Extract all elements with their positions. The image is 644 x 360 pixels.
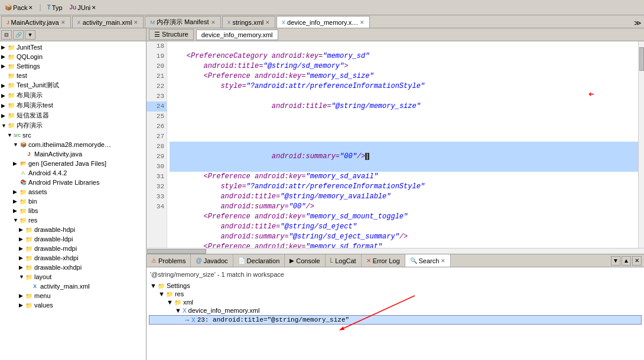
code-line-19: <PreferenceCategory android:key="memory_…	[170, 51, 642, 61]
collapse-all-button[interactable]: ⊟	[1, 30, 12, 40]
view-toolbar: ☰ Structure device_info_memory.xml	[147, 28, 644, 41]
tree-item-private-libs[interactable]: ▶ 📚 Android Private Libraries	[0, 178, 146, 187]
code-text[interactable]: <PreferenceCategory android:key="memory_…	[167, 41, 644, 248]
tree-item-test[interactable]: ▶ 📁 test	[0, 71, 146, 80]
res-tree-icon: 📁	[166, 291, 173, 297]
tree-item-drawable-hdpi[interactable]: ▶ 📁 drawable-hdpi	[0, 225, 146, 234]
tree-item-pkg[interactable]: ▼ 📦 com.itheiima28.memoryde…	[0, 140, 146, 149]
code-line-28: android:summary="00"/>	[170, 202, 642, 212]
code-line-22: style="?android:attr/preferenceInformati…	[170, 81, 642, 91]
label-menu: menu	[34, 292, 51, 299]
code-container[interactable]: 18 19 20 21 22 23 24 25 26 27 28 29 30 3…	[147, 41, 644, 248]
tab-close-activity-main[interactable]: ✕	[134, 19, 138, 25]
pack-close[interactable]: ✕	[28, 5, 33, 11]
tab-declaration[interactable]: 📄 Declaration	[233, 254, 285, 267]
tree-item-drawable-mdpi[interactable]: ▶ 📁 drawable-mdpi	[0, 244, 146, 253]
arrow-src: ▼	[7, 132, 13, 138]
label-libs-folder: libs	[28, 207, 38, 214]
tree-item-bujuyans[interactable]: ▶ 📁 布局演示	[0, 90, 146, 100]
nav-up-button[interactable]: ▲	[622, 256, 631, 266]
vertical-scrollbar[interactable]	[638, 41, 644, 248]
tree-item-sms[interactable]: ▶ 📁 短信发送器	[0, 110, 146, 120]
tree-item-libs-folder[interactable]: ▶ 📁 libs	[0, 206, 146, 215]
tree-item-memory[interactable]: ▼ 📁 内存演示	[0, 120, 146, 130]
tab-activity-main[interactable]: X activity_main.xml ✕	[72, 16, 144, 28]
juni-close[interactable]: ✕	[92, 5, 96, 11]
bottom-tab-strip: ⚠ Problems @ Javadoc 📄 Declaration ▶ Con…	[147, 254, 644, 267]
pack-button[interactable]: 📦 Pack ✕	[2, 4, 35, 12]
tab-logcat[interactable]: L LogCat	[326, 254, 362, 267]
link-editor-button[interactable]: 🔗	[13, 30, 24, 40]
tree-item-gen[interactable]: ▶ 📂 gen [Generated Java Files]	[0, 159, 146, 168]
tree-item-junitest[interactable]: ▶ 📁 JunitTest	[0, 42, 146, 52]
tree-item-activity-main-xml[interactable]: ▶ X activity_main.xml	[0, 282, 146, 291]
tree-item-bin[interactable]: ▶ 📁 bin	[0, 197, 146, 206]
tree-item-testjunit[interactable]: ▶ 📁 Test_Junit测试	[0, 80, 146, 90]
label-drawable-ldpi: drawable-ldpi	[34, 235, 73, 243]
tree-item-layout[interactable]: ▼ 📁 layout	[0, 272, 146, 282]
arrow-pkg: ▼	[13, 142, 19, 148]
layout-folder-icon: 📁	[25, 273, 33, 281]
bottom-close-button[interactable]: ✕	[632, 256, 642, 266]
tree-item-src[interactable]: ▼ src src	[0, 130, 146, 140]
label-drawable-xhdpi: drawable-xhdpi	[34, 254, 79, 261]
red-arrow-svg	[326, 290, 444, 337]
project-icon-bujuyans: 📁	[7, 91, 15, 100]
console-icon: ▶	[290, 257, 294, 264]
tab-device-info-xml[interactable]: device_info_memory.xml	[196, 30, 278, 40]
label-bujutest: 布局演示test	[17, 101, 53, 110]
tab-strings[interactable]: X strings.xml ✕	[222, 16, 276, 28]
typ-button[interactable]: T Typ	[45, 4, 65, 12]
structure-icon: ☰	[154, 31, 160, 38]
scrollbar-thumb[interactable]	[639, 47, 644, 71]
arrow-drawable-xxhdpi: ▶	[19, 264, 25, 270]
tree-item-qqlogin[interactable]: ▶ 📁 QQLogin	[0, 52, 146, 61]
tab-close-strings[interactable]: ✕	[265, 19, 270, 25]
juni-icon: Ju	[70, 4, 77, 11]
manifest-icon: M	[150, 19, 155, 25]
xml-folder-icon: 📁	[174, 299, 181, 306]
tab-manifest[interactable]: M 内存演示 Manifest ✕	[145, 16, 220, 28]
tab-javadoc[interactable]: @ Javadoc	[191, 254, 233, 267]
result-arrow-icon: →	[184, 316, 190, 323]
arrow-sms: ▶	[1, 113, 7, 119]
tab-problems[interactable]: ⚠ Problems	[147, 254, 191, 267]
arrow-drawable-xhdpi: ▶	[19, 255, 25, 261]
search-tree-settings[interactable]: ▼ 📁 Settings	[149, 282, 642, 290]
horizontal-scrollbar[interactable]	[147, 248, 644, 254]
tree-item-bujutest[interactable]: ▶ 📁 布局演示test	[0, 100, 146, 110]
juni-button[interactable]: Ju JUni ✕	[67, 4, 99, 12]
javadoc-icon: @	[196, 257, 201, 264]
tab-search[interactable]: 🔍 Search ✕	[405, 254, 451, 267]
tab-close-device-info[interactable]: ✕	[360, 19, 365, 25]
tree-item-res[interactable]: ▼ 📁 res	[0, 215, 146, 225]
tab-close-manifest[interactable]: ✕	[211, 19, 216, 25]
label-settings: Settings	[17, 63, 40, 70]
tab-mainactivity[interactable]: J MainActivity.java ✕	[1, 16, 71, 28]
code-line-26: style="?android:attr/preferenceInformati…	[170, 182, 642, 192]
nav-down-button[interactable]: ▼	[611, 256, 620, 266]
tree-item-drawable-ldpi[interactable]: ▶ 📁 drawable-ldpi	[0, 234, 146, 244]
tab-device-info[interactable]: X device_info_memory.x… ✕	[277, 16, 370, 28]
tree-item-assets[interactable]: ▶ 📁 assets	[0, 187, 146, 197]
tree-item-drawable-xxhdpi[interactable]: ▶ 📁 drawable-xxhdpi	[0, 263, 146, 272]
code-line-20: android:title="@string/sd_memory">	[170, 61, 642, 71]
code-line-25: <Preference android:key="memory_sd_avail…	[170, 172, 642, 182]
arrow-qqlogin: ▶	[1, 54, 7, 60]
tree-options-button[interactable]: ▼	[25, 30, 35, 40]
tab-errorlog[interactable]: ✕ Error Log	[362, 254, 405, 267]
tree-item-menu[interactable]: ▶ 📁 menu	[0, 291, 146, 300]
tree-item-settings[interactable]: ▶ 📁 Settings	[0, 61, 146, 71]
label-test: test	[17, 72, 27, 79]
tree-item-mainactivity-file[interactable]: ▶ J MainActivity.java	[0, 149, 146, 159]
tree-item-android442[interactable]: ▶ A Android 4.4.2	[0, 168, 146, 178]
tree-item-drawable-xhdpi[interactable]: ▶ 📁 drawable-xhdpi	[0, 253, 146, 263]
editor-overflow-icon[interactable]: ≫	[634, 19, 642, 28]
search-tab-close[interactable]: ✕	[441, 258, 445, 264]
tab-console[interactable]: ▶ Console	[285, 254, 325, 267]
h-scrollbar-thumb[interactable]	[147, 249, 206, 254]
tab-close-mainactivity[interactable]: ✕	[61, 19, 66, 25]
drawable-xxhdpi-icon: 📁	[25, 263, 33, 271]
tree-item-values[interactable]: ▶ 📁 values	[0, 300, 146, 310]
tab-structure[interactable]: ☰ Structure	[149, 29, 194, 40]
